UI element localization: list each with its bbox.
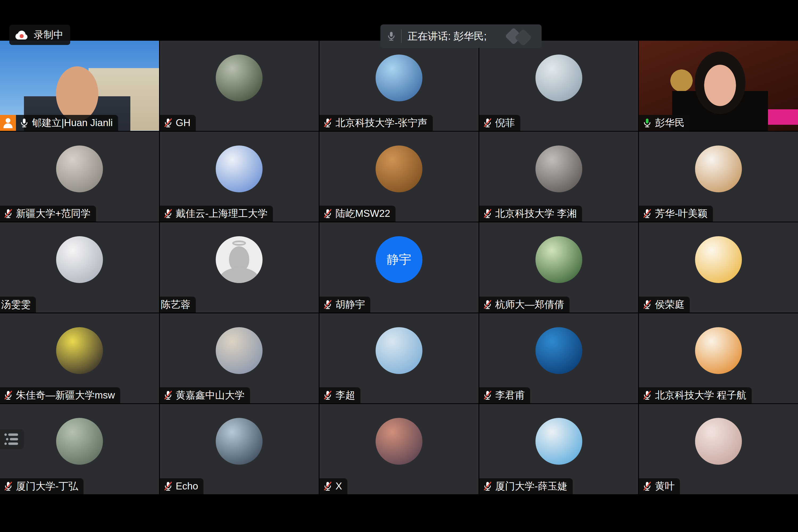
participant-avatar (376, 146, 422, 192)
participant-name: 汤雯雯 (1, 298, 31, 311)
participant-name-row: GH (160, 115, 196, 131)
recording-indicator[interactable]: 录制中 (9, 25, 70, 45)
participant-name: 胡静宇 (336, 298, 365, 311)
participant-tile-15[interactable]: 侯荣庭 (639, 222, 798, 312)
participant-avatar (216, 236, 263, 283)
participant-name: 彭华民 (655, 116, 684, 130)
participant-avatar (376, 327, 422, 374)
participant-avatar (56, 236, 103, 283)
participant-tile-8[interactable]: 陆屹MSW22 (320, 132, 478, 222)
participant-avatar (216, 418, 263, 465)
participant-tile-9[interactable]: 北京科技大学 李湘 (479, 132, 639, 222)
mic-status-icon (643, 480, 652, 492)
mic-status-icon (164, 390, 173, 401)
participant-name-row: X (320, 478, 347, 494)
participant-tile-21[interactable]: 厦门大学-丁弘 (0, 404, 159, 494)
participant-name-row: 彭华民 (639, 115, 690, 131)
participant-name-row: 北京科技大学 程子航 (639, 387, 752, 403)
participant-tile-19[interactable]: 李君甫 (479, 314, 639, 403)
participant-tile-18[interactable]: 李超 (320, 314, 478, 403)
participant-name: 李超 (336, 388, 355, 402)
participant-tile-4[interactable]: 倪菲 (479, 41, 639, 131)
participant-tile-3[interactable]: 北京科技大学-张宁声 (320, 41, 478, 131)
participant-tile-20[interactable]: 北京科技大学 程子航 (639, 314, 798, 403)
mic-status-icon (164, 208, 173, 220)
participant-avatar (216, 146, 263, 192)
participant-avatar (695, 327, 742, 374)
participant-avatar (535, 236, 582, 283)
participant-tile-13[interactable]: 静宇 胡静宇 (320, 222, 478, 312)
mic-status-icon (483, 117, 492, 129)
participant-tile-6[interactable]: 新疆大学+范同学 (0, 132, 159, 222)
participant-tile-12[interactable]: 陈艺蓉 (160, 222, 319, 312)
participant-name-row: 杭师大—郑倩倩 (479, 297, 570, 312)
participant-name-row: 倪菲 (479, 115, 520, 131)
participant-tile-10[interactable]: 芳华-叶美颖 (639, 132, 798, 222)
participant-name-row: 陈艺蓉 (160, 297, 196, 312)
participant-avatar (695, 146, 742, 192)
participant-tile-2[interactable]: GH (160, 41, 319, 131)
participant-tile-7[interactable]: 戴佳云-上海理工大学 (160, 132, 319, 222)
participant-name-row: 厦门大学-丁弘 (0, 478, 83, 494)
participant-name: 厦门大学-丁弘 (16, 480, 78, 493)
participant-name-row: 郇建立|Huan Jianli (0, 115, 118, 131)
mic-status-icon (643, 117, 652, 129)
participant-name-row: 戴佳云-上海理工大学 (160, 206, 273, 222)
participant-name: 黄嘉鑫中山大学 (176, 388, 245, 402)
host-badge-icon (0, 115, 16, 131)
participant-name: 侯荣庭 (655, 298, 684, 311)
participant-tile-25[interactable]: 黄叶 (639, 404, 798, 494)
participant-avatar (56, 327, 103, 374)
participant-tile-17[interactable]: 黄嘉鑫中山大学 (160, 314, 319, 403)
mic-status-icon (164, 480, 173, 492)
mic-status-icon (483, 299, 492, 310)
participant-name: 戴佳云-上海理工大学 (176, 207, 268, 220)
participant-tile-5[interactable]: 彭华民 (639, 41, 798, 131)
participant-name: 陆屹MSW22 (336, 207, 390, 220)
participant-name-row: 北京科技大学 李湘 (479, 206, 582, 222)
participant-name-row: 李超 (320, 387, 360, 403)
participant-name: 陈艺蓉 (161, 298, 190, 311)
participant-name: 郇建立|Huan Jianli (32, 116, 113, 130)
participant-avatar (216, 327, 263, 374)
mic-status-icon (643, 208, 652, 220)
participant-avatar (56, 418, 103, 465)
participant-avatar (56, 146, 103, 192)
participant-name-row: 胡静宇 (320, 297, 370, 312)
participant-name: 厦门大学-薛玉婕 (495, 480, 567, 493)
recording-label: 录制中 (34, 28, 63, 41)
participant-name: 朱佳奇—新疆大学msw (16, 388, 115, 402)
participant-name-row: 侯荣庭 (639, 297, 690, 312)
mic-status-icon (4, 208, 13, 220)
participant-tile-14[interactable]: 杭师大—郑倩倩 (479, 222, 639, 312)
participant-avatar (535, 327, 582, 374)
mic-status-icon (4, 480, 13, 492)
microphone-icon (387, 30, 396, 42)
mic-status-icon (164, 117, 173, 129)
mic-status-icon (4, 390, 13, 401)
participant-avatar (535, 55, 582, 101)
participant-tile-24[interactable]: 厦门大学-薛玉婕 (479, 404, 639, 494)
participant-name: X (336, 481, 342, 492)
participant-name: 芳华-叶美颖 (655, 207, 707, 220)
participant-tile-11[interactable]: 汤雯雯 (0, 222, 159, 312)
participant-name: 黄叶 (655, 480, 674, 493)
participant-tile-22[interactable]: Echo (160, 404, 319, 494)
participant-name-row: 朱佳奇—新疆大学msw (0, 387, 120, 403)
meeting-window: 录制中 正在讲话: 彭华民; (0, 0, 798, 532)
participant-avatar (535, 146, 582, 192)
participant-name: GH (176, 117, 191, 129)
meeting-app-logo-icon (506, 29, 535, 44)
mic-status-icon (643, 390, 652, 401)
participant-tile-1[interactable]: 郇建立|Huan Jianli (0, 41, 159, 131)
participants-list-icon (4, 432, 20, 446)
participants-list-toggle[interactable] (0, 429, 24, 449)
participant-name: 北京科技大学-张宁声 (336, 116, 427, 130)
divider (401, 30, 402, 43)
participant-name: Echo (176, 481, 198, 492)
participant-tile-23[interactable]: X (320, 404, 478, 494)
participant-avatar (376, 55, 422, 101)
participant-name-row: 李君甫 (479, 387, 530, 403)
participant-name: 李君甫 (495, 388, 525, 402)
participant-tile-16[interactable]: 朱佳奇—新疆大学msw (0, 314, 159, 403)
